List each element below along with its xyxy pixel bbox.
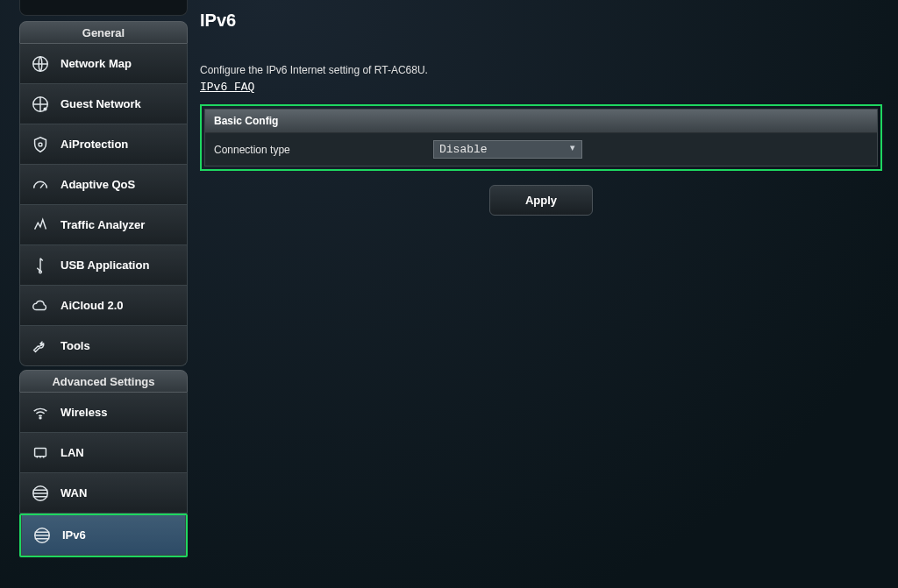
sidebar-item-label: Adaptive QoS [61,178,135,191]
sidebar-item-adaptive-qos[interactable]: Adaptive QoS [19,165,188,205]
globe-lines-icon [29,482,52,505]
sidebar-item-label: AiProtection [61,138,128,151]
sidebar-item-label: Tools [61,339,90,352]
basic-config-highlight: Basic Config Connection type Disable [200,104,882,171]
shield-lock-icon [29,133,52,156]
wifi-icon [29,401,52,424]
gauge-icon [29,174,52,196]
svg-point-4 [39,270,42,273]
sidebar-item-label: IPv6 [62,528,86,542]
sidebar-item-label: LAN [61,446,84,459]
usb-icon [29,254,52,277]
connection-type-select[interactable]: Disable [433,140,582,159]
svg-point-2 [43,107,46,110]
wrench-icon [29,335,52,358]
sidebar-item-wireless[interactable]: Wireless [19,393,188,433]
sidebar-item-guest-network[interactable]: Guest Network [19,84,188,124]
sidebar-item-tools[interactable]: Tools [19,326,188,366]
cloud-icon [29,294,52,317]
sidebar-item-aiprotection[interactable]: AiProtection [19,124,188,165]
sidebar-item-label: Guest Network [61,97,141,110]
sidebar-item-lan[interactable]: LAN [19,433,188,473]
sidebar-item-label: USB Application [61,259,149,272]
sidebar-item-usb-application[interactable]: USB Application [19,245,188,286]
ipv6-faq-link[interactable]: IPv6 FAQ [200,81,254,94]
sidebar-item-ipv6[interactable]: IPv6 [21,515,186,556]
sidebar-group-general: General [19,21,188,44]
sidebar-item-label: Wireless [61,406,107,419]
sidebar-item-network-map[interactable]: Network Map [19,44,188,84]
globe-lines-icon [31,524,53,547]
sidebar-item-label: AiCloud 2.0 [61,299,124,312]
sidebar-item-label: Network Map [61,57,132,70]
globe-people-icon [29,93,52,116]
connection-type-label: Connection type [214,144,433,156]
traffic-icon [29,214,52,237]
globe-grid-icon [29,53,52,75]
apply-button[interactable]: Apply [489,185,593,216]
svg-rect-6 [35,448,46,456]
sidebar-item-traffic-analyzer[interactable]: Traffic Analyzer [19,205,188,245]
sidebar-item-wan[interactable]: WAN [19,473,188,514]
page-subtitle: Configure the IPv6 Internet setting of R… [200,64,882,76]
sidebar-top-panel [19,0,188,16]
sidebar-item-label: WAN [61,486,87,499]
svg-rect-3 [39,143,42,146]
sidebar-group-advanced: Advanced Settings [19,370,188,393]
page-title: IPv6 [200,11,882,31]
lan-icon [29,442,52,464]
svg-point-5 [39,417,41,419]
sidebar-item-aicloud[interactable]: AiCloud 2.0 [19,286,188,326]
sidebar-item-label: Traffic Analyzer [61,218,145,231]
basic-config-header: Basic Config [205,110,877,133]
